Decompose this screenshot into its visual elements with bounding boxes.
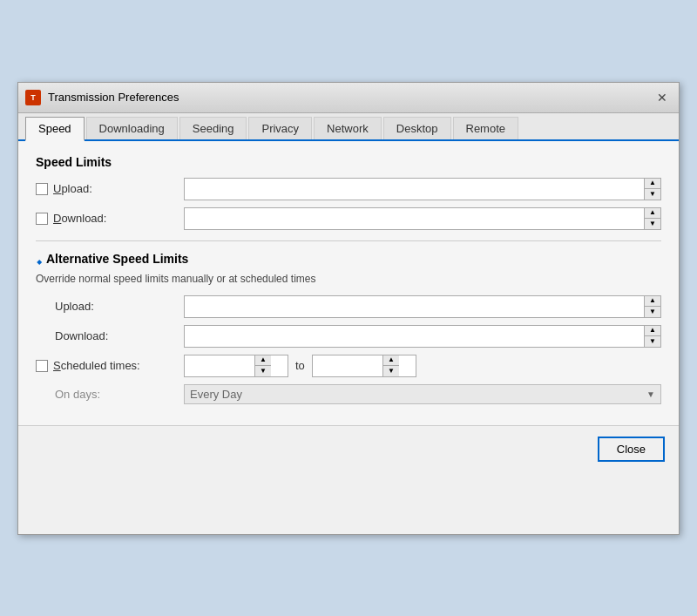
time-from-spinbox[interactable]: 09:00 ▲ ▼ xyxy=(184,355,288,377)
window-title: Transmission Preferences xyxy=(48,91,179,104)
time-to-input[interactable]: 17:00 xyxy=(313,355,382,376)
upload-checkbox[interactable] xyxy=(36,183,48,195)
alt-speed-title-row: ⬥ Alternative Speed Limits xyxy=(36,252,661,269)
time-range: 09:00 ▲ ▼ to 17:00 ▲ ▼ xyxy=(184,355,416,377)
tab-privacy[interactable]: Privacy xyxy=(248,117,312,139)
alt-download-spinbox-btns: ▲ ▼ xyxy=(644,326,660,347)
alt-upload-input[interactable]: 50 kB/s xyxy=(185,296,644,317)
alt-upload-decrement-button[interactable]: ▼ xyxy=(645,307,660,317)
download-decrement-button[interactable]: ▼ xyxy=(645,219,660,229)
tab-downloading[interactable]: Downloading xyxy=(86,117,178,139)
scheduled-checkbox-label[interactable]: Scheduled times: xyxy=(36,359,184,372)
on-days-row: On days: Every Day ▼ xyxy=(36,384,661,404)
download-label: Download: xyxy=(53,212,106,225)
title-bar: T Transmission Preferences ✕ xyxy=(18,83,679,113)
alt-upload-label: Upload: xyxy=(36,300,184,313)
upload-checkbox-label[interactable]: Upload: xyxy=(36,182,184,195)
download-increment-button[interactable]: ▲ xyxy=(645,208,660,219)
alt-download-row: Download: 50 kB/s ▲ ▼ xyxy=(36,325,661,348)
alt-download-spinbox[interactable]: 50 kB/s ▲ ▼ xyxy=(184,325,661,348)
time-to-spinbox-btns: ▲ ▼ xyxy=(382,355,399,376)
upload-input[interactable]: 100 kB/s xyxy=(185,179,644,200)
tab-seeding[interactable]: Seeding xyxy=(179,117,247,139)
alt-upload-row: Upload: 50 kB/s ▲ ▼ xyxy=(36,295,661,318)
upload-spinbox[interactable]: 100 kB/s ▲ ▼ xyxy=(184,178,661,200)
tab-speed[interactable]: Speed xyxy=(25,117,85,141)
upload-row: Upload: 100 kB/s ▲ ▼ xyxy=(36,178,661,200)
alt-download-decrement-button[interactable]: ▼ xyxy=(645,336,660,347)
divider xyxy=(36,240,661,241)
time-to-decrement-button[interactable]: ▼ xyxy=(383,366,399,376)
dialog-footer: Close xyxy=(18,425,679,472)
on-days-label: On days: xyxy=(36,388,184,401)
time-from-decrement-button[interactable]: ▼ xyxy=(255,366,271,376)
alt-upload-spinbox-btns: ▲ ▼ xyxy=(644,296,660,317)
upload-spinbox-btns: ▲ ▼ xyxy=(644,179,660,200)
alt-download-label: Download: xyxy=(36,329,184,342)
download-spinbox[interactable]: 100 kB/s ▲ ▼ xyxy=(184,207,661,230)
title-bar-left: T Transmission Preferences xyxy=(25,90,179,105)
time-from-spinbox-btns: ▲ ▼ xyxy=(254,355,271,376)
scheduled-label: Scheduled times: xyxy=(53,359,140,372)
scheduled-times-row: Scheduled times: 09:00 ▲ ▼ to 17:00 ▲ ▼ xyxy=(36,355,661,377)
download-checkbox[interactable] xyxy=(36,213,48,225)
alt-download-text: Download: xyxy=(55,329,108,342)
upload-decrement-button[interactable]: ▼ xyxy=(645,189,660,200)
tab-desktop[interactable]: Desktop xyxy=(383,117,451,139)
alt-upload-increment-button[interactable]: ▲ xyxy=(645,296,660,307)
time-from-increment-button[interactable]: ▲ xyxy=(255,355,271,366)
download-spinbox-btns: ▲ ▼ xyxy=(644,208,660,229)
app-icon: T xyxy=(25,90,41,105)
alt-speed-limits-title: Alternative Speed Limits xyxy=(46,252,188,266)
upload-label: Upload: xyxy=(53,182,92,195)
days-select[interactable]: Every Day ▼ xyxy=(184,384,661,404)
download-input[interactable]: 100 kB/s xyxy=(185,208,644,229)
alt-upload-text: Upload: xyxy=(55,300,94,313)
time-to-increment-button[interactable]: ▲ xyxy=(383,355,399,366)
svg-text:T: T xyxy=(30,93,36,102)
tab-content: Speed Limits Upload: 100 kB/s ▲ ▼ xyxy=(18,141,679,425)
close-dialog-button[interactable]: Close xyxy=(598,437,665,462)
scheduled-checkbox[interactable] xyxy=(36,360,48,372)
download-checkbox-label[interactable]: Download: xyxy=(36,212,184,225)
window-close-button[interactable]: ✕ xyxy=(653,88,672,107)
chevron-down-icon: ▼ xyxy=(646,389,655,399)
time-from-input[interactable]: 09:00 xyxy=(185,355,254,376)
speed-limits-title: Speed Limits xyxy=(36,155,661,169)
to-label: to xyxy=(288,359,312,372)
tab-network[interactable]: Network xyxy=(314,117,382,139)
tab-bar: Speed Downloading Seeding Privacy Networ… xyxy=(18,113,679,141)
time-to-spinbox[interactable]: 17:00 ▲ ▼ xyxy=(312,355,416,377)
alt-upload-spinbox[interactable]: 50 kB/s ▲ ▼ xyxy=(184,295,661,318)
alt-download-increment-button[interactable]: ▲ xyxy=(645,326,660,336)
days-select-value: Every Day xyxy=(190,388,242,401)
on-days-text: On days: xyxy=(55,388,100,401)
upload-increment-button[interactable]: ▲ xyxy=(645,179,660,189)
alt-indicator: ⬥ xyxy=(36,254,43,267)
preferences-window: T Transmission Preferences ✕ Speed Downl… xyxy=(17,82,680,535)
alt-download-input[interactable]: 50 kB/s xyxy=(185,326,644,347)
tab-remote[interactable]: Remote xyxy=(453,117,519,139)
download-row: Download: 100 kB/s ▲ ▼ xyxy=(36,207,661,230)
alt-speed-subtitle: Override normal speed limits manually or… xyxy=(36,273,661,285)
